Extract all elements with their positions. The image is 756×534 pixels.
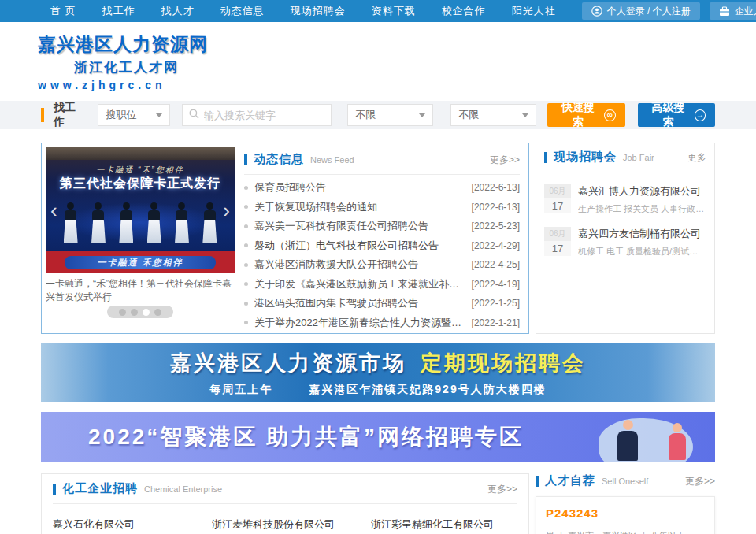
person-figure bbox=[62, 202, 80, 251]
search-filter-select-2[interactable]: 不限 bbox=[450, 104, 536, 126]
chevron-down-icon bbox=[522, 113, 528, 117]
job-fair-company-link[interactable]: 嘉兴四方友信制桶有限公司 bbox=[578, 227, 706, 241]
bullet-icon bbox=[244, 282, 248, 286]
bullet-icon bbox=[244, 186, 248, 190]
chemical-title: 化工企业招聘 bbox=[62, 481, 138, 496]
carousel-dot[interactable] bbox=[154, 309, 161, 316]
company-cell: 浙江麦堆科技股份有限公司 销售专员 会计 土建主管 bbox=[212, 507, 358, 534]
search-icon bbox=[189, 108, 199, 122]
section-accent-bar bbox=[53, 484, 56, 495]
enterprise-entry-button[interactable]: 企业入口 bbox=[710, 2, 756, 20]
company-name-link[interactable]: 浙江彩呈精细化工有限公司 bbox=[371, 517, 517, 532]
news-item: 港区码头范围内集卡驾驶员招聘公告[2022-1-25] bbox=[244, 294, 520, 313]
carousel-next-button[interactable]: › bbox=[223, 200, 230, 221]
accent-bar bbox=[41, 108, 44, 122]
search-input[interactable] bbox=[204, 109, 322, 121]
briefcase-icon bbox=[719, 6, 730, 17]
slide-headline: 第三代社会保障卡正式发行 bbox=[46, 176, 235, 192]
carousel-dot-active[interactable] bbox=[143, 309, 150, 316]
nav-item-school-cooperation[interactable]: 校企合作 bbox=[442, 4, 486, 18]
person-figure bbox=[201, 202, 218, 251]
news-title: 动态信息 bbox=[254, 152, 304, 167]
news-date: [2022-1-25] bbox=[472, 298, 520, 309]
bullet-icon bbox=[244, 263, 248, 267]
carousel-dot[interactable] bbox=[131, 309, 138, 316]
news-link[interactable]: 嘉兴港区消防救援大队公开招聘公告 bbox=[254, 258, 464, 272]
nav-item-sunshine-hr[interactable]: 阳光人社 bbox=[512, 4, 556, 18]
news-more-link[interactable]: 更多>> bbox=[490, 154, 520, 167]
personal-login-button[interactable]: 个人登录 / 个人注册 bbox=[582, 2, 700, 20]
job-market-banner[interactable]: 嘉兴港区人力资源市场 定期现场招聘会 每周五上午 嘉兴港区乍浦镇天妃路929号人… bbox=[41, 343, 715, 402]
carousel-caption[interactable]: 一卡融通，“禾”您相伴！第三代社会保障卡嘉兴首发仪式举行 bbox=[46, 277, 235, 304]
job-fair-more-link[interactable]: 更多 bbox=[687, 151, 706, 165]
news-link[interactable]: 保育员招聘公告 bbox=[254, 180, 464, 195]
carousel-prev-button[interactable]: ‹ bbox=[50, 200, 57, 221]
company-name-link[interactable]: 浙江麦堆科技股份有限公司 bbox=[212, 517, 358, 532]
nav-item-job-fair[interactable]: 现场招聘会 bbox=[291, 4, 346, 18]
search-box bbox=[182, 104, 332, 126]
news-subtitle: News Feed bbox=[310, 155, 354, 165]
search-filter-select-1[interactable]: 不限 bbox=[347, 104, 433, 126]
section-accent-bar bbox=[244, 154, 247, 165]
talent-info: 男 ｜ 嘉兴市→嘉兴港区 ｜ 八年以上 bbox=[546, 530, 705, 534]
filter-2-value: 不限 bbox=[458, 108, 479, 122]
advanced-search-label: 高级搜索 bbox=[647, 101, 690, 129]
job-fair-item: 06月 17 嘉兴汇博人力资源有限公司 生产操作工 报关文员 人事行政助理... bbox=[544, 184, 706, 215]
nav-item-find-talent[interactable]: 找人才 bbox=[161, 4, 195, 18]
news-link[interactable]: 关于印发《嘉兴港区鼓励新员工来港就业补助操作... bbox=[254, 277, 464, 291]
talent-card[interactable]: P243243 男 ｜ 嘉兴市→嘉兴港区 ｜ 八年以上 bbox=[536, 496, 715, 534]
nav-item-home[interactable]: 首 页 bbox=[50, 4, 76, 18]
banner2-person-illustration bbox=[666, 423, 688, 462]
search-section-label: 找工作 bbox=[54, 101, 86, 129]
news-date: [2022-6-13] bbox=[472, 202, 520, 213]
site-logo-title: 嘉兴港区人力资源网 bbox=[38, 32, 756, 57]
news-link[interactable]: 关于恢复现场招聘会的通知 bbox=[254, 200, 464, 214]
search-category-select[interactable]: 搜职位 bbox=[98, 104, 170, 126]
news-link[interactable]: 嘉兴美一瓦科技有限责任公司招聘公告 bbox=[254, 219, 464, 233]
slide-slogan: 一卡融通 “禾”您相伴 bbox=[46, 165, 235, 176]
company-name-link[interactable]: 嘉兴石化有限公司 bbox=[53, 517, 199, 532]
arrow-right-icon: → bbox=[695, 109, 706, 121]
company-cell: 浙江彩呈精细化工有限公司 普工（制造科） 营业担当 bbox=[371, 507, 517, 534]
site-logo-subtitle: 浙江化工人才网 bbox=[74, 58, 756, 76]
news-date: [2022-1-21] bbox=[472, 317, 520, 328]
nav-item-news[interactable]: 动态信息 bbox=[220, 4, 265, 18]
nav-item-find-job[interactable]: 找工作 bbox=[102, 4, 135, 18]
job-fair-company-link[interactable]: 嘉兴汇博人力资源有限公司 bbox=[578, 184, 706, 198]
talent-more-link[interactable]: 更多>> bbox=[685, 475, 715, 488]
section-accent-bar bbox=[544, 152, 547, 163]
banner1-title-yellow: 定期现场招聘会 bbox=[421, 349, 586, 377]
person-figure bbox=[117, 202, 135, 251]
job-fair-positions: 机修工 电工 质量检验员/测试员 叉车... bbox=[578, 246, 706, 258]
search-category-value: 搜职位 bbox=[106, 108, 136, 122]
divider bbox=[244, 174, 520, 175]
bullet-icon bbox=[244, 224, 248, 228]
section-accent-bar bbox=[536, 476, 539, 487]
quick-search-button[interactable]: 快速搜索 ∞ bbox=[547, 103, 624, 127]
news-link[interactable]: 港区码头范围内集卡驾驶员招聘公告 bbox=[254, 296, 464, 310]
news-item: 磐动（浙江）电气科技有限公司招聘公告[2022-4-29] bbox=[244, 236, 520, 256]
top-nav: 首 页 找工作 找人才 动态信息 现场招聘会 资料下载 校企合作 阳光人社 个人… bbox=[0, 0, 756, 22]
chemical-more-link[interactable]: 更多>> bbox=[487, 483, 517, 496]
news-item: 关于印发《嘉兴港区鼓励新员工来港就业补助操作...[2022-4-19] bbox=[244, 275, 520, 295]
enterprise-entry-label: 企业入口 bbox=[735, 5, 756, 18]
news-item: 嘉兴港区消防救援大队公开招聘公告[2022-4-25] bbox=[244, 255, 520, 275]
carousel-slide[interactable]: 一卡融通 “禾”您相伴 第三代社会保障卡正式发行 一卡融通 禾您相伴 ‹ › bbox=[46, 147, 235, 273]
job-fair-panel: 现场招聘会 Job Fair 更多 06月 17 嘉兴汇博人力资源有限公司 生产… bbox=[536, 143, 715, 334]
bullet-icon bbox=[244, 321, 248, 324]
online-recruitment-banner[interactable]: 2022“智聚港区 助力共富”网络招聘专区 bbox=[41, 412, 715, 462]
chevron-down-icon bbox=[419, 113, 425, 117]
news-link[interactable]: 关于举办2022年港区新春综合性人力资源暨春风... bbox=[254, 316, 464, 330]
news-link-hovered[interactable]: 磐动（浙江）电气科技有限公司招聘公告 bbox=[254, 239, 464, 253]
talent-subtitle: Sell Oneself bbox=[602, 477, 648, 486]
quick-search-icon: ∞ bbox=[604, 109, 616, 121]
news-date: [2022-4-19] bbox=[472, 279, 520, 290]
podium-row bbox=[46, 202, 235, 251]
carousel-dot[interactable] bbox=[119, 309, 126, 316]
site-header: 嘉兴港区人力资源网 浙江化工人才网 www.zjhgrc.cn bbox=[0, 22, 756, 101]
date-month: 06月 bbox=[544, 227, 571, 241]
banner1-title-white: 嘉兴港区人力资源市场 bbox=[170, 349, 406, 377]
nav-item-downloads[interactable]: 资料下载 bbox=[372, 4, 416, 18]
advanced-search-button[interactable]: 高级搜索 → bbox=[638, 103, 715, 127]
personal-login-label: 个人登录 / 个人注册 bbox=[607, 5, 691, 18]
